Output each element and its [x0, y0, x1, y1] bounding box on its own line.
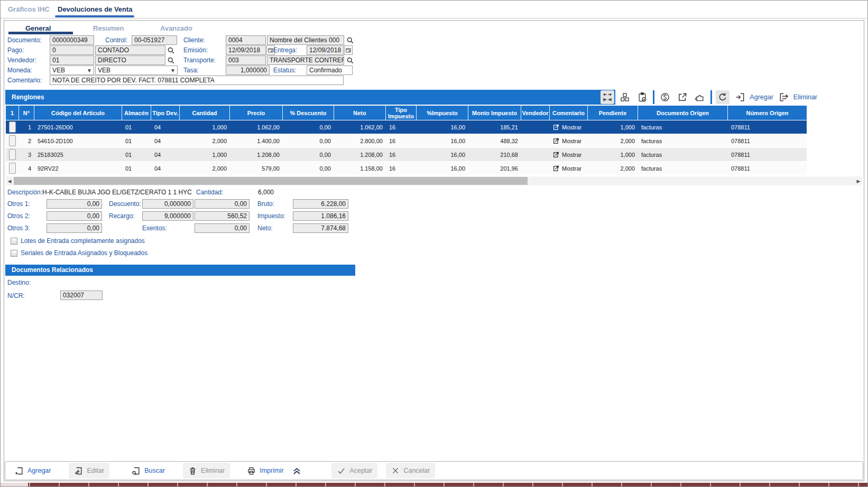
recargo-pct-field[interactable]: 9,000000: [142, 211, 193, 221]
entrega-calendar-icon[interactable]: [344, 45, 353, 55]
column-header[interactable]: %Impuesto: [417, 106, 468, 120]
cell-tipo_impuesto: 16: [386, 120, 417, 134]
chevron-down-icon: ▼: [170, 67, 176, 74]
cell-tipo_impuesto: 16: [386, 134, 417, 147]
renglones-agregar-button[interactable]: Agregar: [750, 93, 773, 101]
moneda-select-2[interactable]: VEB▼: [95, 65, 178, 75]
tab-avanzado[interactable]: Avanzado: [160, 24, 192, 32]
cell-comentario: Mostrar: [550, 120, 588, 134]
renglones-section-header: Renglones: [5, 90, 615, 105]
cell-cantidad: 2,000: [180, 162, 230, 175]
column-header[interactable]: Documento Origen: [638, 106, 728, 120]
scroll-left-icon[interactable]: ◀: [6, 176, 13, 185]
insert-row-icon[interactable]: [733, 90, 747, 104]
renglones-eliminar-button[interactable]: Eliminar: [793, 93, 817, 101]
transporte-search-icon[interactable]: [345, 55, 355, 65]
descuento-pct-field[interactable]: 0,000000: [142, 199, 193, 209]
pago-search-icon[interactable]: [166, 45, 176, 55]
fit-columns-icon[interactable]: [601, 90, 614, 104]
tasa-field[interactable]: 1,000000: [226, 65, 270, 75]
row-selector-button[interactable]: [9, 163, 16, 174]
otros1-field[interactable]: 0,00: [47, 199, 102, 209]
exentos-field[interactable]: 0,00: [195, 223, 250, 233]
column-header[interactable]: Tipo Impuesto: [386, 106, 417, 120]
otros3-field[interactable]: 0,00: [47, 223, 102, 233]
editar-button[interactable]: Editar: [69, 463, 109, 479]
column-header[interactable]: % Descuento: [283, 106, 334, 120]
table-row[interactable]: 492RV2201042,000579,000,001.158,001616,0…: [6, 161, 807, 175]
otros2-field[interactable]: 0,00: [47, 211, 102, 221]
batch-cubes-icon[interactable]: [618, 90, 632, 104]
column-header[interactable]: Vendedor: [521, 106, 550, 120]
emision-field[interactable]: 12/09/2018: [226, 45, 266, 55]
pago-code-field[interactable]: 0: [50, 45, 94, 55]
cliente-code-field[interactable]: 0004: [226, 35, 266, 45]
cell-doc_origen: facturas: [638, 162, 728, 175]
transporte-code-field[interactable]: 003: [226, 55, 266, 65]
pago-name-field[interactable]: CONTADO: [95, 45, 165, 55]
ncr-field[interactable]: 032007: [60, 291, 103, 300]
cliente-search-icon[interactable]: [345, 35, 355, 45]
refresh-icon[interactable]: [716, 90, 730, 104]
cell-descuento: 0,00: [283, 148, 334, 161]
row-selector-button[interactable]: [9, 149, 16, 160]
column-header[interactable]: Comentario: [550, 106, 588, 120]
agregar-button[interactable]: Agregar: [10, 463, 56, 479]
scroll-right-icon[interactable]: ▶: [855, 176, 862, 185]
tab-graficos-ihc[interactable]: Gráficos IHC: [8, 5, 50, 13]
table-row[interactable]: 127501-26D0001041,0001.062,000,001.062,0…: [6, 120, 807, 134]
column-header[interactable]: Número Origen: [728, 106, 807, 120]
column-header[interactable]: Cantidad: [180, 106, 230, 120]
plugin-icon[interactable]: [693, 90, 707, 104]
table-row[interactable]: 254610-2D10001042,0001.400,000,002.800,0…: [6, 134, 807, 147]
mostrar-button[interactable]: Mostrar: [553, 165, 581, 172]
column-header[interactable]: Precio: [230, 106, 283, 120]
cliente-name-field[interactable]: Nombre del Clientes 000: [267, 35, 344, 45]
export-icon[interactable]: [676, 90, 689, 104]
mostrar-button[interactable]: Mostrar: [553, 124, 581, 130]
column-header[interactable]: Almacén: [122, 106, 151, 120]
table-row[interactable]: 32518302501041,0001.208,000,001.208,0016…: [6, 147, 807, 161]
row-selector-button[interactable]: [9, 135, 16, 146]
tab-resumen[interactable]: Resumen: [93, 24, 124, 32]
delete-row-icon[interactable]: [777, 90, 791, 104]
tab-general[interactable]: General: [25, 24, 51, 32]
scrollbar-thumb[interactable]: [14, 177, 528, 185]
cell-selector: [6, 148, 19, 161]
descuento-monto-field[interactable]: 0,00: [195, 199, 250, 209]
entrega-field[interactable]: 12/09/2018: [307, 45, 344, 55]
eliminar-button[interactable]: Eliminar: [183, 463, 230, 479]
vendedor-label: Vendedor:: [7, 57, 36, 64]
vendedor-code-field[interactable]: 01: [50, 55, 94, 65]
column-header[interactable]: 1: [6, 106, 19, 120]
vendedor-name-field[interactable]: DIRECTO: [95, 55, 165, 65]
clipboard-check-icon[interactable]: [635, 90, 649, 104]
buscar-button[interactable]: Buscar: [126, 463, 170, 479]
moneda-select-1[interactable]: VEB▼: [50, 65, 94, 75]
column-header[interactable]: Monto Impuesto: [468, 106, 521, 120]
horizontal-scrollbar[interactable]: ◀ ▶: [6, 176, 862, 185]
checkbox[interactable]: [11, 250, 17, 257]
documento-field[interactable]: 0000000349: [50, 35, 94, 45]
column-header[interactable]: Pendiente: [588, 106, 638, 120]
checkbox[interactable]: [11, 238, 17, 245]
tab-devoluciones-de-venta[interactable]: Devoluciones de Venta: [58, 5, 133, 13]
column-header[interactable]: Tipo Dev.: [151, 106, 180, 120]
vendedor-search-icon[interactable]: [166, 55, 176, 65]
cancelar-button[interactable]: Cancelar: [386, 463, 435, 479]
comentario-field[interactable]: NOTA DE CREITO POR DEV. FACT. 078811 COM…: [50, 76, 344, 85]
aceptar-button[interactable]: Aceptar: [331, 463, 377, 479]
collapse-toolbar-icon[interactable]: [290, 463, 304, 479]
recargo-monto-field[interactable]: 560,52: [195, 211, 250, 221]
column-header[interactable]: Código del Artículo: [34, 106, 122, 120]
transporte-name-field[interactable]: TRANSPORTE CONTRERA: [267, 55, 344, 65]
control-field[interactable]: 00-051927: [132, 35, 177, 45]
imprimir-button[interactable]: Imprimir: [242, 463, 289, 479]
column-header[interactable]: N°: [19, 106, 34, 120]
mostrar-button[interactable]: Mostrar: [553, 137, 581, 144]
row-selector-button[interactable]: [9, 121, 16, 133]
mostrar-button[interactable]: Mostrar: [553, 151, 581, 158]
column-header[interactable]: Neto: [334, 106, 386, 120]
chevron-down-icon: ▼: [87, 67, 92, 74]
currency-icon[interactable]: [658, 90, 672, 104]
